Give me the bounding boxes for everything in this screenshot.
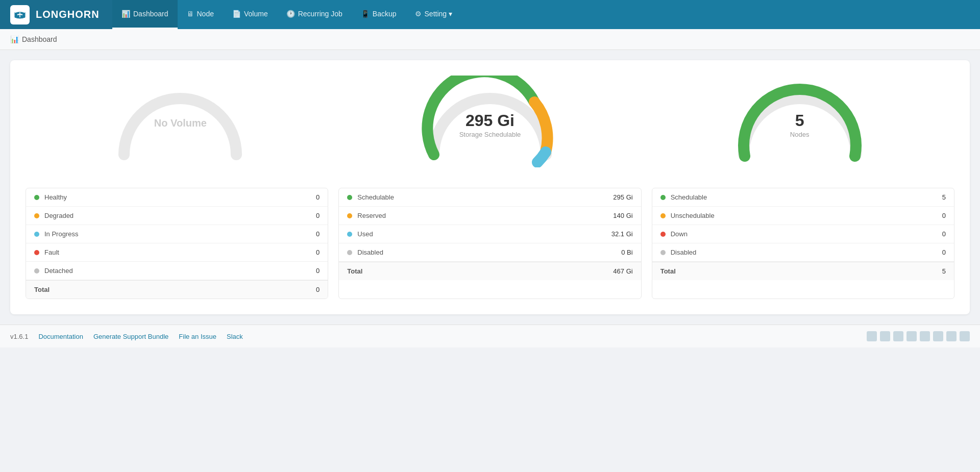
nodes-gauge-center: 5 Nodes [790, 112, 810, 138]
storage-total-label: Total [347, 267, 613, 275]
footer-icon-6 [933, 331, 943, 341]
storage-gauge-value: 295 Gi [459, 112, 521, 129]
healthy-label: Healthy [44, 193, 316, 201]
nodes-unschedulable-dot [660, 213, 666, 218]
nav-recurring-job[interactable]: 🕐 Recurring Job [277, 0, 352, 29]
breadcrumb-label: Dashboard [22, 35, 57, 43]
storage-used-value: 32.1 Gi [611, 230, 633, 238]
storage-disabled-dot [347, 250, 352, 255]
nodes-schedulable-dot [660, 195, 666, 200]
footer-icon-3 [893, 331, 903, 341]
footer-icon-2 [880, 331, 890, 341]
degraded-label: Degraded [44, 212, 316, 219]
fault-label: Fault [44, 249, 316, 256]
storage-stat-used: Used 32.1 Gi [339, 225, 641, 243]
volume-icon: 📄 [232, 10, 241, 18]
inprogress-value: 0 [316, 230, 320, 238]
node-icon: 🖥 [187, 10, 194, 18]
storage-used-dot [347, 232, 352, 237]
nodes-down-dot [660, 232, 666, 237]
nav-volume[interactable]: 📄 Volume [223, 0, 277, 29]
nodes-stat-unschedulable: Unschedulable 0 [652, 207, 954, 225]
inprogress-label: In Progress [44, 230, 316, 238]
gauges-row: No Volume [26, 76, 954, 172]
storage-gauge: 295 Gi Storage Schedulable [413, 76, 567, 172]
volume-stat-healthy: Healthy 0 [26, 188, 328, 207]
brand: LONGHORN [0, 0, 112, 29]
storage-disabled-label: Disabled [357, 249, 621, 256]
dashboard-icon: 📊 [121, 10, 130, 18]
footer-icon-1 [867, 331, 877, 341]
volume-total-value: 0 [316, 286, 320, 293]
healthy-dot [34, 195, 39, 200]
nodes-stats-table: Schedulable 5 Unschedulable 0 Down 0 Dis… [652, 188, 954, 299]
footer-documentation[interactable]: Documentation [38, 333, 83, 340]
storage-stat-reserved: Reserved 140 Gi [339, 207, 641, 225]
detached-value: 0 [316, 267, 320, 275]
storage-stat-disabled: Disabled 0 Bi [339, 243, 641, 262]
storage-used-label: Used [357, 230, 611, 238]
footer-file-issue[interactable]: File an Issue [179, 333, 216, 340]
storage-reserved-label: Reserved [357, 212, 613, 219]
brand-logo-icon [10, 5, 30, 24]
nodes-total-value: 5 [942, 267, 946, 275]
nav-backup[interactable]: 📱 Backup [352, 0, 406, 29]
nodes-unschedulable-value: 0 [942, 212, 946, 219]
nodes-down-label: Down [671, 230, 942, 238]
storage-stat-schedulable: Schedulable 295 Gi [339, 188, 641, 207]
healthy-value: 0 [316, 193, 320, 201]
stats-row: Healthy 0 Degraded 0 In Progress 0 Fault… [26, 188, 954, 299]
nodes-down-value: 0 [942, 230, 946, 238]
inprogress-dot [34, 232, 39, 237]
storage-gauge-center: 295 Gi Storage Schedulable [459, 112, 521, 138]
nodes-stat-total: Total 5 [652, 262, 954, 280]
footer-support-bundle[interactable]: Generate Support Bundle [93, 333, 168, 340]
nodes-stat-schedulable: Schedulable 5 [652, 188, 954, 207]
main-content: No Volume [0, 50, 980, 325]
nodes-stat-down: Down 0 [652, 225, 954, 243]
volume-gauge: No Volume [104, 76, 257, 172]
storage-reserved-value: 140 Gi [613, 212, 632, 219]
detached-dot [34, 268, 39, 274]
volume-stat-inprogress: In Progress 0 [26, 225, 328, 243]
footer-icon-4 [906, 331, 917, 341]
breadcrumb-icon: 📊 [10, 35, 19, 43]
storage-gauge-svg-wrap: 295 Gi Storage Schedulable [419, 76, 561, 167]
dashboard-card: No Volume [10, 60, 970, 314]
footer-slack[interactable]: Slack [227, 333, 243, 340]
nav-setting[interactable]: ⚙ Setting ▾ [406, 0, 461, 29]
detached-label: Detached [44, 267, 316, 275]
footer: v1.6.1 Documentation Generate Support Bu… [0, 325, 980, 347]
brand-name: LONGHORN [36, 9, 100, 20]
storage-disabled-value: 0 Bi [621, 249, 632, 256]
degraded-value: 0 [316, 212, 320, 219]
footer-version: v1.6.1 [10, 333, 28, 340]
nodes-disabled-dot [660, 250, 666, 255]
footer-icon-5 [920, 331, 930, 341]
nodes-gauge: 5 Nodes [723, 76, 876, 172]
volume-gauge-center: No Volume [154, 118, 207, 128]
backup-icon: 📱 [361, 10, 370, 18]
nodes-unschedulable-label: Unschedulable [671, 212, 942, 219]
storage-stats-table: Schedulable 295 Gi Reserved 140 Gi Used … [338, 188, 641, 299]
volume-stats-table: Healthy 0 Degraded 0 In Progress 0 Fault… [26, 188, 328, 299]
storage-total-value: 467 Gi [613, 267, 632, 275]
recurring-job-icon: 🕐 [286, 10, 295, 18]
storage-stat-total: Total 467 Gi [339, 262, 641, 280]
fault-dot [34, 250, 39, 255]
footer-icons [867, 331, 970, 341]
nav-node[interactable]: 🖥 Node [178, 0, 223, 29]
nodes-total-label: Total [660, 267, 942, 275]
storage-gauge-label: Storage Schedulable [459, 131, 521, 138]
footer-icon-7 [946, 331, 957, 341]
nodes-stat-disabled: Disabled 0 [652, 243, 954, 262]
breadcrumb: 📊 Dashboard [0, 29, 980, 50]
nodes-schedulable-label: Schedulable [671, 193, 942, 201]
nodes-gauge-label: Nodes [790, 131, 810, 138]
storage-schedulable-dot [347, 195, 352, 200]
volume-total-label: Total [34, 286, 316, 293]
degraded-dot [34, 213, 39, 218]
nav-items: 📊 Dashboard 🖥 Node 📄 Volume 🕐 Recurring … [112, 0, 461, 29]
nav-dashboard[interactable]: 📊 Dashboard [112, 0, 178, 29]
nodes-gauge-value: 5 [790, 112, 810, 129]
